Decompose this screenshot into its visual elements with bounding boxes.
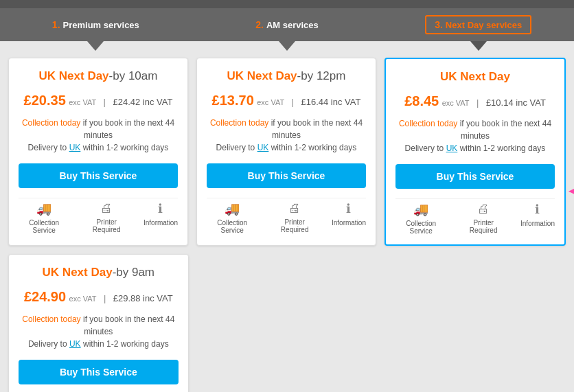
- icon-item: 🚚 Collection Service: [207, 201, 257, 234]
- card-title: UK Next Day: [395, 70, 555, 84]
- card-title: UK Next Day-by 9am: [19, 266, 179, 279]
- price-inc: £24.42 inc VAT: [113, 97, 172, 107]
- icon-item: 🖨 Printer Required: [271, 201, 318, 234]
- collection-highlight: Collection today: [22, 314, 80, 324]
- card-title: UK Next Day-by 10am: [19, 69, 178, 83]
- icon-item: 🖨 Printer Required: [460, 202, 507, 235]
- card-title-brand: UK Next Day: [227, 69, 297, 82]
- buy-service-button[interactable]: Buy This Service: [207, 163, 366, 188]
- collection-service-icon: 🚚: [36, 201, 51, 216]
- icon-item: 🖨 Printer Required: [83, 201, 130, 234]
- icon-item: 🚚 Collection Service: [395, 202, 446, 235]
- tab-arrow-2: [470, 41, 487, 51]
- buy-service-button[interactable]: Buy This Service: [19, 360, 179, 384]
- icon-label: Printer Required: [271, 218, 318, 233]
- card-title-suffix: -by 9am: [113, 266, 154, 279]
- icons-row: 🚚 Collection Service 🖨 Printer Required …: [19, 198, 178, 234]
- tab-label-1: 2.AM services: [246, 15, 328, 34]
- delivery-link[interactable]: UK: [69, 339, 81, 349]
- icon-item: ℹ Information: [144, 201, 178, 234]
- cards-wrapper: UK Next Day-by 10am £20.35 exc VAT | £24…: [0, 41, 574, 392]
- icon-label: Collection Service: [207, 219, 257, 234]
- icon-item: ℹ Information: [332, 201, 366, 234]
- collection-highlight: Collection today: [22, 118, 80, 128]
- tab-arrow-0: [87, 41, 104, 51]
- delivery-link[interactable]: UK: [446, 143, 458, 153]
- tab-number-0: 1.: [52, 19, 60, 30]
- buy-service-button[interactable]: Buy This Service: [19, 163, 178, 188]
- card-title-brand: UK Next Day: [43, 266, 113, 279]
- price-row: £8.45 exc VAT | £10.14 inc VAT: [395, 93, 555, 109]
- card-title-suffix: -by 12pm: [297, 69, 346, 82]
- collection-service-icon: 🚚: [413, 202, 428, 217]
- icon-label: Information: [144, 219, 178, 227]
- price-divider: |: [104, 293, 106, 303]
- price-main: £8.45: [404, 93, 439, 108]
- price-inc: £16.44 inc VAT: [301, 97, 360, 107]
- price-row: £13.70 exc VAT | £16.44 inc VAT: [207, 93, 366, 108]
- price-divider: |: [104, 97, 106, 107]
- price-row: £24.90 exc VAT | £29.88 inc VAT: [19, 289, 179, 305]
- icon-label: Printer Required: [460, 219, 507, 234]
- collection-text: Collection today if you book in the next…: [207, 117, 366, 154]
- price-inc: £29.88 inc VAT: [113, 293, 173, 303]
- service-card-card3: ➤ UK Next Day £8.45 exc VAT | £10.14 inc…: [384, 58, 566, 246]
- tab-arrow-1: [279, 41, 295, 51]
- collection-text: Collection today if you book in the next…: [19, 313, 179, 350]
- price-label: exc VAT: [257, 98, 284, 106]
- icons-row: 🚚 Collection Service 🖨 Printer Required …: [207, 198, 366, 234]
- arrow-pointer: ➤: [568, 181, 574, 203]
- price-label: exc VAT: [442, 99, 470, 107]
- price-main: £13.70: [212, 93, 254, 108]
- information-icon: ℹ: [535, 202, 540, 217]
- header: [0, 0, 574, 8]
- cards-row-2: UK Next Day-by 9am £24.90 exc VAT | £29.…: [8, 254, 566, 392]
- tab-0[interactable]: 1.Premium services: [0, 8, 192, 41]
- printer-required-icon: 🖨: [100, 201, 113, 216]
- collection-service-icon: 🚚: [225, 201, 240, 216]
- price-main: £20.35: [24, 93, 66, 108]
- delivery-link[interactable]: UK: [69, 143, 81, 152]
- price-label: exc VAT: [69, 295, 97, 303]
- tabs-row: 1.Premium services 2.AM services 3.Next …: [0, 8, 574, 41]
- service-card-card2: UK Next Day-by 12pm £13.70 exc VAT | £16…: [196, 58, 376, 246]
- card-title-brand: UK Next Day: [39, 69, 109, 82]
- icon-label: Information: [520, 220, 555, 227]
- icon-label: Collection Service: [19, 219, 69, 234]
- information-icon: ℹ: [346, 201, 351, 216]
- collection-text: Collection today if you book in the next…: [395, 117, 555, 154]
- cards-row-1: UK Next Day-by 10am £20.35 exc VAT | £24…: [8, 58, 566, 246]
- service-card-card1: UK Next Day-by 10am £20.35 exc VAT | £24…: [8, 58, 188, 246]
- delivery-link[interactable]: UK: [257, 143, 269, 152]
- tab-number-1: 2.: [255, 19, 264, 30]
- collection-highlight: Collection today: [210, 118, 268, 128]
- icon-item: 🚚 Collection Service: [19, 201, 69, 234]
- price-divider: |: [477, 97, 479, 108]
- price-label: exc VAT: [69, 98, 96, 106]
- icon-label: Information: [332, 219, 366, 227]
- tab-label-2: 3.Next Day services: [425, 15, 531, 34]
- collection-text: Collection today if you book in the next…: [19, 117, 178, 154]
- tab-1[interactable]: 2.AM services: [192, 8, 383, 41]
- icon-item: ℹ Information: [520, 202, 555, 235]
- icons-row: 🚚 Collection Service 🖨 Printer Required …: [395, 198, 555, 235]
- price-inc: £10.14 inc VAT: [486, 97, 546, 108]
- tab-2[interactable]: 3.Next Day services: [382, 8, 574, 41]
- printer-required-icon: 🖨: [477, 202, 490, 216]
- card-title-suffix: -by 10am: [109, 69, 158, 82]
- buy-service-button[interactable]: Buy This Service: [395, 164, 555, 189]
- service-card-card4: UK Next Day-by 9am £24.90 exc VAT | £29.…: [8, 254, 189, 392]
- icon-label: Printer Required: [83, 218, 130, 233]
- card-title-brand: UK Next Day: [440, 70, 510, 83]
- information-icon: ℹ: [158, 201, 163, 216]
- printer-required-icon: 🖨: [288, 201, 301, 216]
- tab-label-0: 1.Premium services: [43, 15, 149, 34]
- card-title: UK Next Day-by 12pm: [207, 69, 366, 83]
- price-row: £20.35 exc VAT | £24.42 inc VAT: [19, 93, 178, 108]
- icon-label: Collection Service: [395, 220, 446, 235]
- tab-number-2: 3.: [435, 19, 443, 30]
- price-divider: |: [292, 97, 294, 107]
- price-main: £24.90: [24, 289, 66, 304]
- collection-highlight: Collection today: [399, 119, 457, 128]
